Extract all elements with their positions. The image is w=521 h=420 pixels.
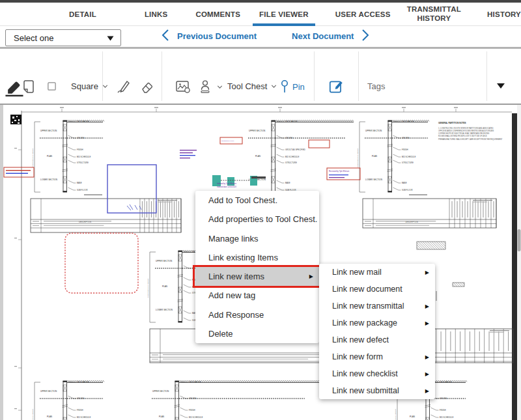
- menu-item-label: Add to Tool Chest.: [208, 195, 277, 205]
- toolbar-divider: [314, 51, 315, 101]
- toolbar-divider: [162, 51, 162, 101]
- image-markup-button[interactable]: [175, 79, 191, 94]
- link-new-items-submenu: Link new mail▶Link new documentLink new …: [319, 264, 435, 399]
- menu-item-delete[interactable]: Delete: [195, 324, 319, 343]
- tab-label: USER ACCESS: [335, 10, 391, 18]
- select-one-dropdown[interactable]: Select one: [5, 29, 121, 46]
- svg-text:STRUCTURE: STRUCTURE: [285, 161, 297, 164]
- svg-text:DECK ABOVE: DECK ABOVE: [189, 381, 201, 384]
- menu-item-label: Link existing Items: [208, 253, 278, 262]
- menu-item-label: Link new submittal: [332, 386, 399, 395]
- submenu-arrow-icon: ▶: [309, 273, 313, 279]
- menu-item-add-response[interactable]: Add Response: [195, 305, 319, 324]
- submenu-arrow-icon: ▶: [425, 320, 429, 326]
- menu-item-add-new-tag[interactable]: Add new tag: [195, 286, 319, 305]
- svg-text:PLAN: PLAN: [255, 155, 260, 158]
- svg-text:PARTITION WALL HEIGHT: PARTITION WALL HEIGHT: [32, 148, 34, 167]
- share-markup-button[interactable]: [328, 78, 345, 95]
- tab-history[interactable]: HISTORY: [487, 3, 521, 25]
- svg-text:PLAN: PLAN: [162, 285, 167, 288]
- tab-comments[interactable]: COMMENTS: [195, 3, 240, 25]
- svg-text:CEILING: CEILING: [77, 397, 85, 400]
- chevron-down-icon: [270, 82, 278, 91]
- menu-item-link-new-mail[interactable]: Link new mail▶: [319, 264, 435, 281]
- svg-text:PLAN: PLAN: [410, 415, 415, 418]
- tab-detail[interactable]: DETAIL: [69, 3, 96, 25]
- svg-text:BID SCHEDULE: BID SCHEDULE: [402, 156, 415, 158]
- menu-item-label: Link new package: [332, 318, 397, 328]
- svg-text:Redlined by Tyler: Redlined by Tyler: [221, 140, 234, 142]
- svg-text:1. CONSTRUCTED ON SITE INTERIO: 1. CONSTRUCTED ON SITE INTERIOR PARTITIO…: [438, 127, 494, 130]
- svg-text:CEILING: CEILING: [285, 137, 293, 139]
- document-tool-button[interactable]: [21, 79, 36, 94]
- menu-item-link-new-checklist[interactable]: Link new checklist▶: [319, 365, 435, 382]
- svg-text:GROUT AS SPECIFIED: GROUT AS SPECIFIED: [285, 148, 305, 151]
- tool-chest-label: Tool Chest: [227, 81, 267, 91]
- svg-text:DECK ABOVE: DECK ABOVE: [285, 120, 298, 123]
- toolbar-divider: [102, 51, 103, 101]
- pen-tool-button[interactable]: [116, 79, 132, 94]
- menu-item-add-to-tool-chest[interactable]: Add to Tool Chest.: [195, 191, 319, 210]
- document-nav-row: Select one Previous Document Next Docume…: [0, 26, 521, 49]
- svg-text:OFFICE BOARDS CONFERENCE ROOMS: OFFICE BOARDS CONFERENCE ROOMS RESTROOMS…: [438, 130, 494, 132]
- shape-label: Square: [71, 81, 98, 91]
- svg-text:PARTITION WALL HEIGHT: PARTITION WALL HEIGHT: [32, 408, 34, 420]
- menu-item-add-properties-to-tool-chest[interactable]: Add properties to Tool Chest.: [195, 210, 319, 229]
- next-chevron-icon[interactable]: [360, 29, 371, 44]
- svg-text:UPPER SECTION: UPPER SECTION: [40, 130, 57, 132]
- menu-item-link-new-defect[interactable]: Link new defect: [319, 331, 435, 348]
- svg-text:Indexed by Tyler Elletson: Indexed by Tyler Elletson: [217, 182, 236, 185]
- menu-item-label: Add properties to Tool Chest.: [208, 214, 317, 224]
- previous-document-link[interactable]: Previous Document: [177, 31, 257, 41]
- svg-text:COFFEE SHOPS BY ELECTRICAL HVA: COFFEE SHOPS BY ELECTRICAL HVAC WATER AN…: [438, 132, 489, 135]
- tab-label: LINKS: [145, 10, 168, 18]
- chevron-down-icon: [216, 83, 224, 91]
- svg-text:PLAN: PLAN: [372, 155, 377, 158]
- file-viewer-canvas[interactable]: PARTITION WALL HEIGHTUPPER SECTIONPLANLO…: [0, 105, 521, 420]
- tab-label: COMMENTS: [195, 10, 240, 18]
- svg-text:STRUCTURE: STRUCTURE: [402, 161, 414, 164]
- tags-dropdown-button[interactable]: [496, 83, 505, 89]
- tab-label: TRANSMITTAL HISTORY: [406, 5, 463, 22]
- tab-transmittal-history[interactable]: TRANSMITTAL HISTORY: [406, 3, 463, 25]
- tags-field[interactable]: Tags: [367, 81, 385, 91]
- svg-text:DECK ABOVE: DECK ABOVE: [402, 120, 414, 123]
- tab-user-access[interactable]: USER ACCESS: [335, 3, 391, 25]
- svg-text:PARTITION WALL HEIGHT: PARTITION WALL HEIGHT: [147, 278, 149, 298]
- eraser-tool-button[interactable]: [139, 79, 155, 94]
- submenu-arrow-icon: ▶: [425, 388, 429, 394]
- pin-icon: [279, 79, 290, 94]
- user-stamp-selector[interactable]: [197, 79, 224, 94]
- svg-text:DECK ABOVE: DECK ABOVE: [77, 120, 89, 123]
- svg-text:UPPER SECTION: UPPER SECTION: [365, 130, 382, 132]
- tool-chest-selector[interactable]: Tool Chest: [227, 81, 278, 91]
- svg-text:PARTITION WALL HEIGHT: PARTITION WALL HEIGHT: [395, 408, 397, 420]
- svg-text:BID SCHEDULE: BID SCHEDULE: [285, 156, 299, 158]
- shape-tool-selector[interactable]: Square: [47, 81, 109, 91]
- menu-item-link-new-transmittal[interactable]: Link new transmittal▶: [319, 298, 435, 315]
- menu-item-link-new-form[interactable]: Link new form▶: [319, 348, 435, 365]
- tab-file-viewer[interactable]: FILE VIEWER: [259, 3, 309, 25]
- menu-item-link-new-package[interactable]: Link new package▶: [319, 315, 435, 331]
- menu-item-link-new-document[interactable]: Link new document: [319, 281, 435, 298]
- menu-item-link-new-submittal[interactable]: Link new submittal▶: [319, 382, 435, 399]
- toolbar-divider: [486, 51, 487, 101]
- menu-item-manage-links[interactable]: Manage links: [195, 229, 319, 248]
- next-document-link[interactable]: Next Document: [292, 31, 354, 41]
- menu-item-label: Link new checklist: [332, 369, 398, 378]
- submenu-arrow-icon: ▶: [425, 354, 429, 360]
- pin-tool-button[interactable]: Pin: [279, 79, 305, 94]
- select-one-label: Select one: [14, 33, 53, 43]
- tab-links[interactable]: LINKS: [145, 3, 168, 25]
- svg-text:PARTITION WALL HEIGHT: PARTITION WALL HEIGHT: [357, 148, 359, 167]
- edit-share-icon: [328, 78, 345, 95]
- menu-item-link-new-items[interactable]: Link new items▶: [195, 267, 319, 286]
- menu-item-label: Add new tag: [208, 290, 255, 300]
- previous-chevron-icon[interactable]: [160, 29, 171, 44]
- square-shape-icon: [47, 81, 57, 91]
- menu-item-link-existing-items[interactable]: Link existing Items: [195, 248, 319, 267]
- svg-text:UPPER SECTION: UPPER SECTION: [152, 390, 169, 393]
- person-icon: [197, 79, 213, 94]
- svg-text:FINISH: FINISH: [77, 148, 83, 151]
- svg-text:BID SCHEDULE: BID SCHEDULE: [189, 416, 203, 419]
